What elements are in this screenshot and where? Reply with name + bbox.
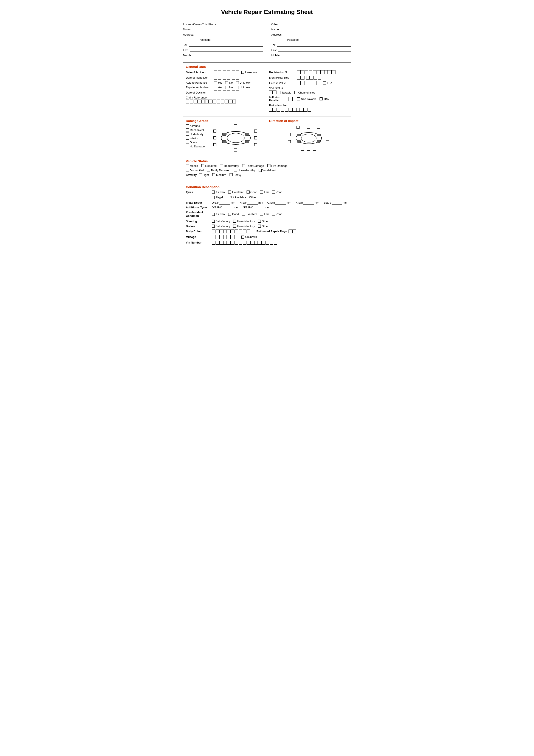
able-authorise-no-cb[interactable] bbox=[225, 81, 228, 84]
damage-left-mid-cb[interactable] bbox=[214, 136, 216, 139]
pa-good-cb[interactable] bbox=[228, 213, 231, 216]
roadworthy-cb[interactable] bbox=[220, 164, 223, 167]
date-inspection-boxes[interactable] bbox=[214, 76, 239, 80]
steering-unsatisfactory-cb[interactable] bbox=[233, 220, 236, 223]
fax-input-right[interactable] bbox=[278, 48, 351, 52]
add-nsro-input[interactable] bbox=[254, 206, 265, 209]
doi-left-top-cb[interactable] bbox=[288, 133, 291, 136]
unroadworthy-cb[interactable] bbox=[234, 169, 237, 172]
excess-tba-cb[interactable] bbox=[323, 81, 326, 85]
brakes-other-cb[interactable] bbox=[258, 225, 261, 228]
vat-status-boxes[interactable] bbox=[269, 91, 276, 94]
partly-repaired-cb[interactable] bbox=[207, 169, 210, 172]
td-nsf-input[interactable] bbox=[247, 201, 258, 204]
tel-input-right[interactable] bbox=[277, 43, 351, 46]
excess-value-boxes[interactable] bbox=[297, 81, 320, 85]
pa-poor-cb[interactable] bbox=[272, 213, 275, 216]
doi-top-right-cb[interactable] bbox=[317, 126, 320, 129]
td-nsr-input[interactable] bbox=[303, 201, 314, 204]
tyres-not-available-cb[interactable] bbox=[226, 196, 229, 199]
dismantled-cb[interactable] bbox=[186, 169, 189, 172]
insured-input[interactable] bbox=[218, 22, 263, 26]
td-spare-input[interactable] bbox=[332, 201, 343, 204]
name-input-left[interactable] bbox=[192, 27, 263, 31]
allround-cb[interactable] bbox=[186, 124, 189, 127]
portion-payable-boxes[interactable] bbox=[289, 97, 296, 101]
date-accident-unknown-cb[interactable] bbox=[242, 71, 244, 74]
tyres-poor-cb[interactable] bbox=[272, 191, 275, 194]
doi-top-left-cb[interactable] bbox=[296, 126, 299, 129]
tyres-fair-cb[interactable] bbox=[260, 191, 263, 194]
reg-no-boxes[interactable] bbox=[297, 70, 336, 74]
postcode-input-left[interactable] bbox=[213, 38, 247, 41]
repaired-cb[interactable] bbox=[201, 164, 204, 167]
mileage-boxes[interactable] bbox=[212, 235, 238, 239]
est-repair-days-boxes[interactable] bbox=[289, 230, 296, 233]
damage-left-bot-cb[interactable] bbox=[214, 143, 216, 146]
non-taxable-cb[interactable] bbox=[297, 97, 300, 100]
repairs-auth-yes-cb[interactable] bbox=[214, 86, 217, 89]
doi-top-mid-cb[interactable] bbox=[307, 126, 310, 129]
light-cb[interactable] bbox=[199, 173, 202, 176]
postcode-input-right[interactable] bbox=[301, 38, 335, 41]
policy-number-boxes[interactable] bbox=[269, 108, 311, 112]
doi-bot-mid-cb[interactable] bbox=[307, 148, 310, 150]
tel-input-left[interactable] bbox=[189, 43, 263, 46]
tyres-illegal-cb[interactable] bbox=[212, 196, 215, 199]
pa-excellent-cb[interactable] bbox=[242, 213, 245, 216]
vandalised-cb[interactable] bbox=[259, 169, 262, 172]
date-accident-boxes[interactable] bbox=[214, 70, 239, 74]
address-input-right[interactable] bbox=[284, 32, 351, 36]
portion-tba-cb[interactable] bbox=[319, 97, 322, 100]
steering-satisfactory-cb[interactable] bbox=[212, 220, 215, 223]
td-osf-input[interactable] bbox=[219, 201, 230, 204]
damage-bottom-cb[interactable] bbox=[234, 148, 237, 151]
damage-left-top-cb[interactable] bbox=[214, 129, 216, 133]
doi-bot-left-cb[interactable] bbox=[301, 148, 304, 150]
body-colour-boxes[interactable] bbox=[212, 230, 250, 233]
pa-as-new-cb[interactable] bbox=[212, 213, 215, 216]
mobile-input-left[interactable] bbox=[193, 53, 263, 57]
brakes-satisfactory-cb[interactable] bbox=[212, 225, 215, 228]
underbody-cb[interactable] bbox=[186, 133, 189, 136]
doi-right-bot-cb[interactable] bbox=[326, 140, 329, 143]
taxable-cb[interactable] bbox=[278, 91, 281, 94]
tyres-good-cb[interactable] bbox=[246, 191, 249, 194]
mobile-cb[interactable] bbox=[186, 164, 189, 167]
channel-isles-cb[interactable] bbox=[294, 91, 297, 94]
name-input-right[interactable] bbox=[281, 27, 351, 31]
td-osr-input[interactable] bbox=[275, 201, 286, 204]
add-osro-input[interactable] bbox=[223, 206, 233, 209]
medium-cb[interactable] bbox=[212, 173, 215, 176]
mileage-unknown-cb[interactable] bbox=[242, 235, 244, 239]
mobile-input-right[interactable] bbox=[282, 53, 351, 57]
repairs-auth-unknown-cb[interactable] bbox=[236, 86, 239, 89]
steering-other-cb[interactable] bbox=[258, 220, 261, 223]
damage-right-top-cb[interactable] bbox=[254, 129, 257, 133]
damage-top-cb[interactable] bbox=[234, 124, 237, 127]
fire-damage-cb[interactable] bbox=[267, 164, 270, 167]
mechanical-cb[interactable] bbox=[186, 128, 189, 131]
doi-left-bot-cb[interactable] bbox=[288, 140, 291, 143]
vin-boxes[interactable] bbox=[212, 241, 277, 245]
address-input-left[interactable] bbox=[195, 32, 263, 36]
able-authorise-yes-cb[interactable] bbox=[214, 81, 217, 84]
pa-fair-cb[interactable] bbox=[260, 213, 263, 216]
doi-right-top-cb[interactable] bbox=[326, 133, 329, 136]
glass-cb[interactable] bbox=[186, 141, 189, 144]
repairs-auth-no-cb[interactable] bbox=[225, 86, 228, 89]
tyres-as-new-cb[interactable] bbox=[212, 191, 215, 194]
fax-input-left[interactable] bbox=[190, 48, 263, 52]
date-decision-boxes[interactable] bbox=[214, 91, 239, 94]
interior-cb[interactable] bbox=[186, 137, 189, 140]
tyres-excellent-cb[interactable] bbox=[228, 191, 231, 194]
brakes-unsatisfactory-cb[interactable] bbox=[233, 225, 236, 228]
month-year-boxes[interactable] bbox=[297, 76, 321, 80]
able-authorise-unknown-cb[interactable] bbox=[236, 81, 239, 84]
other-input[interactable] bbox=[280, 22, 351, 26]
doi-bot-right-cb[interactable] bbox=[313, 148, 316, 150]
no-damage-cb[interactable] bbox=[186, 145, 189, 148]
damage-right-bot-cb[interactable] bbox=[254, 143, 257, 146]
claim-reference-boxes[interactable] bbox=[186, 99, 236, 103]
damage-right-mid-cb[interactable] bbox=[254, 136, 257, 139]
